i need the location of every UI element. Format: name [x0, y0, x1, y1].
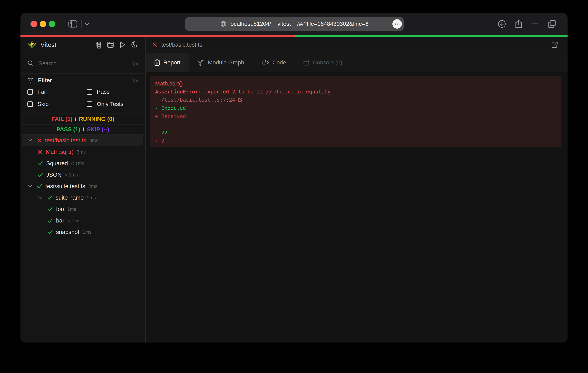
error-message: : expected 2 to be 22 // Object.is equal… — [198, 89, 331, 95]
summary-running: RUNNING (0) — [79, 116, 114, 122]
duration: 3ms — [77, 149, 85, 155]
failed-test-name: Math.sqrt() — [155, 80, 556, 88]
tree-row-file-basic[interactable]: test/basic.test.ts 3ms — [21, 135, 145, 146]
chevron-down-icon[interactable] — [27, 139, 32, 142]
file-header-title: test/basic.test.ts — [161, 41, 202, 48]
console-icon — [303, 59, 309, 66]
summary-row-2: PASS (1) / SKIP (--) — [21, 124, 145, 134]
tab-overview-icon[interactable] — [547, 20, 556, 28]
filter-option-fail[interactable]: Fail — [27, 89, 87, 95]
summary-pass: PASS (1) — [56, 126, 80, 133]
collapse-tests-icon[interactable] — [94, 41, 102, 49]
chevron-down-icon[interactable] — [38, 196, 42, 199]
main-panel: test/basic.test.ts Rep — [146, 37, 567, 342]
pass-icon — [47, 230, 53, 235]
pass-icon — [38, 172, 43, 177]
checkbox-fail[interactable] — [27, 89, 33, 95]
duration: 3ms — [89, 138, 98, 143]
duration: < 1ms — [71, 161, 84, 166]
checkbox-only-tests[interactable] — [87, 102, 92, 107]
dashboard-icon[interactable] — [107, 41, 114, 49]
chevron-down-icon[interactable] — [27, 185, 32, 188]
dark-mode-icon[interactable] — [131, 41, 138, 49]
tree-row-test-bar[interactable]: bar < 1ms — [21, 215, 145, 226]
toolbar-divider — [81, 20, 82, 28]
tree-row-test-json[interactable]: JSON < 1ms — [21, 169, 145, 181]
fail-icon — [38, 149, 42, 154]
chevron-down-icon[interactable] — [84, 22, 90, 26]
duration: < 1ms — [67, 218, 80, 224]
duration: 1ms — [67, 207, 76, 212]
run-all-icon[interactable] — [119, 41, 126, 49]
pass-icon — [47, 218, 53, 223]
address-bar[interactable]: localhost:51204/__vitest__/#/?file=16484… — [185, 17, 404, 31]
fail-icon — [152, 42, 157, 47]
clipboard-icon — [154, 59, 160, 66]
pass-icon — [47, 195, 52, 200]
file-header: test/basic.test.ts — [146, 37, 567, 53]
test-tree: test/basic.test.ts 3ms Math.sqrt() 3ms — [21, 135, 145, 342]
checkbox-pass[interactable] — [87, 89, 92, 95]
url-text: localhost:51204/__vitest__/#/?file=16484… — [229, 21, 368, 27]
diff-received-label: + Received — [155, 112, 556, 120]
blank-line — [155, 120, 556, 129]
tab-bar: Report Module Graph — [146, 53, 567, 72]
downloads-icon[interactable] — [498, 20, 506, 28]
filter-option-pass[interactable]: Pass — [87, 89, 138, 95]
vitest-logo-icon — [27, 41, 36, 49]
test-progress-bar — [21, 35, 567, 37]
browser-sidebar-icon[interactable] — [68, 20, 78, 28]
sidebar-header: Vitest — [21, 37, 145, 53]
clear-filter-icon[interactable] — [131, 77, 138, 84]
diff-expected-label: - Expected — [155, 104, 556, 112]
filter-option-skip[interactable]: Skip — [27, 101, 87, 107]
progress-fail-segment — [21, 35, 295, 37]
filter-title: Filter — [38, 77, 52, 84]
tab-console[interactable]: Console (0) — [295, 53, 351, 72]
pass-icon — [47, 207, 53, 212]
app-title: Vitest — [41, 41, 56, 48]
code-icon — [261, 60, 269, 65]
minimize-window-button[interactable] — [40, 21, 46, 27]
tab-module-graph[interactable]: Module Graph — [189, 53, 253, 72]
checkbox-skip[interactable] — [27, 102, 33, 107]
duration: 2ms — [89, 184, 97, 189]
duration: 2ms — [87, 195, 96, 201]
fail-icon — [37, 138, 42, 143]
diff-received-value: + 2 — [155, 137, 556, 145]
filter-section: Filter Fail Pass — [21, 74, 145, 107]
open-location-icon[interactable] — [238, 98, 242, 103]
open-in-editor-icon[interactable] — [551, 41, 558, 48]
share-icon[interactable] — [515, 20, 523, 28]
search-input[interactable] — [39, 60, 127, 67]
tab-code[interactable]: Code — [253, 53, 295, 72]
browser-window: localhost:51204/__vitest__/#/?file=16484… — [21, 13, 567, 342]
error-name: AssertionError — [155, 89, 198, 95]
tree-row-file-suite[interactable]: test/suite.test.ts 2ms — [21, 181, 145, 192]
browser-toolbar: localhost:51204/__vitest__/#/?file=16484… — [21, 13, 567, 35]
traffic-lights — [31, 21, 55, 27]
summary-row-1: FAIL (1) / RUNNING (0) — [21, 114, 145, 124]
tree-row-test-foo[interactable]: foo 1ms — [21, 204, 145, 215]
tree-row-suite-name[interactable]: suite name 2ms — [21, 192, 145, 204]
globe-icon — [220, 21, 227, 27]
search-row — [21, 53, 145, 74]
tree-row-test-mathsqrt[interactable]: Math.sqrt() 3ms — [21, 146, 145, 158]
error-location-line[interactable]: - /test/basic.test.ts:7:24 — [155, 96, 556, 104]
duration: < 1ms — [65, 172, 78, 178]
tree-row-test-snapshot[interactable]: snapshot 1ms — [21, 226, 145, 238]
clear-search-icon[interactable] — [131, 60, 138, 67]
page-settings-button[interactable] — [392, 19, 402, 29]
close-window-button[interactable] — [31, 21, 37, 27]
toolbar-actions — [498, 20, 556, 28]
error-message-line: AssertionError: expected 2 to be 22 // O… — [155, 88, 556, 96]
pass-icon — [37, 184, 42, 189]
error-report-panel: Math.sqrt() AssertionError: expected 2 t… — [150, 76, 561, 147]
filter-option-only-tests[interactable]: Only Tests — [87, 101, 138, 107]
summary-fail: FAIL (1) — [52, 116, 73, 122]
tab-report[interactable]: Report — [146, 53, 189, 72]
new-tab-icon[interactable] — [531, 20, 539, 28]
zoom-window-button[interactable] — [49, 21, 55, 27]
progress-pass-segment — [295, 35, 567, 37]
tree-row-test-squared[interactable]: Squared < 1ms — [21, 158, 145, 169]
